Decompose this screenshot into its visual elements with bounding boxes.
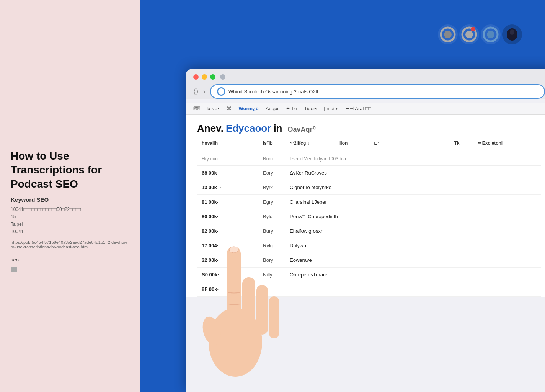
deco-icon-2: [459, 24, 479, 44]
td-diff-7: Nilly: [258, 270, 285, 279]
article-title-suffix: in: [273, 122, 282, 134]
table-row: 68 00k· Eory ΔvKer RuCroves: [197, 166, 541, 180]
toolbar-item-8[interactable]: ⊢⊣ Aral □□: [345, 106, 371, 111]
article-title-blue: Edycaoor: [226, 122, 271, 134]
th-0: hnvalih: [197, 138, 258, 148]
td-keyword-8: [285, 288, 541, 291]
toolbar-item-1[interactable]: b s z₁: [207, 106, 220, 111]
page-title: How to Use Transcriptions for Podcast SE…: [11, 149, 129, 191]
td-volume-4: 82 00k·: [197, 227, 258, 235]
toolbar-item-6[interactable]: Tiger₁: [304, 106, 317, 111]
close-button-dot[interactable]: [193, 74, 199, 80]
table-header-row: hnvalih ls⁷lb ~¹2lifcg ↓ lion ⊔¹ Tk ≃ Ex…: [197, 134, 541, 152]
svg-point-3: [465, 31, 473, 38]
url-bar[interactable]: Whind Sprotech Ovsarroning ?rnats O2tl .…: [210, 84, 545, 99]
deco-icon-1: [438, 24, 458, 44]
toolbar-item-2[interactable]: ⌘: [227, 106, 232, 111]
svg-point-1: [444, 31, 452, 38]
deco-icons: [438, 24, 522, 44]
svg-point-6: [487, 31, 494, 38]
minimize-button-dot[interactable]: [202, 74, 207, 80]
td-keyword-3: Ponw□_Caurapedinth: [285, 212, 541, 221]
page-header: Anev. Edycaoor in OavAqr⁰: [186, 115, 545, 134]
td-diff-2: Egry: [258, 198, 285, 206]
th-1: ls⁷lb: [258, 138, 285, 148]
table-row: 13 00k→ Byrx Clgner-lo ptolynrke: [197, 180, 541, 195]
th-5: [438, 141, 450, 145]
back-button[interactable]: ⟨⟩: [193, 87, 199, 96]
td-keyword-4: Ehalfowigrosxn: [285, 227, 541, 235]
td-keyword-6: Eowerave: [285, 256, 541, 265]
article-title-prefix: Anev.: [197, 122, 224, 134]
tag-label: seo: [11, 257, 129, 263]
table-row: 8F 00k·: [197, 282, 541, 297]
td-diff-0: Eory: [258, 168, 285, 177]
keyword-label: Keyword SEO: [11, 196, 129, 203]
top-bar: [140, 0, 545, 69]
article-title: Anev. Edycaoor in OavAqr⁰: [197, 122, 541, 134]
toolbar-item-3[interactable]: Worm¿ū: [238, 106, 258, 111]
th-2: ~¹2lifcg ↓: [285, 138, 335, 148]
table-row: 80 00k· Bylg Ponw□_Caurapedinth: [197, 209, 541, 224]
th-3: lion: [335, 138, 369, 148]
forward-button[interactable]: ›: [203, 88, 206, 96]
td-diff-3: Bylg: [258, 212, 285, 221]
td-volume-6: 32 00k·: [197, 256, 258, 265]
url-bar-row: ⟨⟩ › Whind Sprotech Ovsarroning ?rnats O…: [193, 84, 545, 99]
maximize-button-dot[interactable]: [210, 74, 215, 80]
td-volume-7: S0 00k·: [197, 270, 258, 279]
subheader-0: Hry oun⁻: [197, 155, 258, 163]
th-6: Tk: [450, 138, 473, 148]
browser-toolbar: ⌨ b s z₁ ⌘ Worm¿ū Augpr ✦ Tē Tiger₁ | nl…: [186, 103, 545, 115]
toolbar-item-4[interactable]: Augpr: [266, 106, 279, 111]
deco-icon-4: [502, 24, 522, 44]
table-row: 82 00k· Bury Ehalfowigrosxn: [197, 224, 541, 238]
td-keyword-5: Dalywo: [285, 241, 541, 250]
meta-info: 10041□□□□□□□□□□□□50□22□□□□ 15 Taipei 100…: [11, 206, 129, 235]
td-diff-5: Rylg: [258, 241, 285, 250]
subheader-1: Roro: [258, 155, 285, 163]
right-panel: ⟨⟩ › Whind Sprotech Ovsarroning ?rnats O…: [140, 0, 545, 392]
toolbar-item-5[interactable]: ✦ Tē: [286, 106, 297, 111]
td-volume-1: 13 00k→: [197, 183, 258, 192]
td-volume-0: 68 00k·: [197, 168, 258, 177]
td-diff-4: Bury: [258, 227, 285, 235]
browser-window: ⟨⟩ › Whind Sprotech Ovsarroning ?rnats O…: [186, 69, 545, 392]
toolbar-item-0[interactable]: ⌨: [193, 106, 201, 111]
th-4: ⊔¹: [369, 138, 438, 148]
td-volume-5: 17 004·: [197, 241, 258, 250]
table-row: S0 00k· Nilly OhrepemsTurare: [197, 268, 541, 282]
tag-icon: [11, 267, 17, 272]
svg-point-4: [471, 27, 475, 31]
table-subheader: Hry oun⁻ Roro I sem IMer iludya₁ T003 b …: [197, 152, 541, 166]
td-volume-3: 80 00k·: [197, 212, 258, 221]
th-7: ≃ Excietoni: [473, 138, 542, 148]
td-volume-2: 81 00k·: [197, 198, 258, 206]
table-row: 32 00k· Bory Eowerave: [197, 253, 541, 268]
td-keyword-7: OhrepemsTurare: [285, 270, 541, 279]
article-title-extra: OavAqr⁰: [287, 125, 315, 134]
extra-dot: [220, 74, 225, 80]
traffic-lights: [193, 74, 545, 80]
table-row: 81 00k· Egry Cllarsinal LJeper: [197, 195, 541, 209]
url-icon: [217, 87, 225, 96]
td-diff-8: [258, 288, 285, 291]
td-diff-6: Bory: [258, 256, 285, 265]
data-table-container: hnvalih ls⁷lb ~¹2lifcg ↓ lion ⊔¹ Tk ≃ Ex…: [186, 134, 545, 297]
deco-icon-3: [481, 24, 501, 44]
url-text: Whind Sprotech Ovsarroning ?rnats O2tl .…: [228, 89, 324, 95]
subheader-2: I sem IMer iludya₁ T003 b a: [285, 155, 541, 163]
td-keyword-1: Clgner-lo ptolynrke: [285, 183, 541, 192]
toolbar-item-7[interactable]: | nloirs: [324, 106, 338, 111]
td-keyword-2: Cllarsinal LJeper: [285, 198, 541, 206]
page-url: https://pub-5c454f571b8e40a3a2aad27ade84…: [11, 240, 129, 249]
td-keyword-0: ΔvKer RuCroves: [285, 168, 541, 177]
td-volume-8: 8F 00k·: [197, 285, 258, 294]
svg-point-8: [510, 29, 514, 35]
browser-chrome: ⟨⟩ › Whind Sprotech Ovsarroning ?rnats O…: [186, 69, 545, 99]
table-row: 17 004· Rylg Dalywo: [197, 238, 541, 253]
left-panel: How to Use Transcriptions for Podcast SE…: [0, 0, 140, 392]
td-diff-1: Byrx: [258, 183, 285, 192]
